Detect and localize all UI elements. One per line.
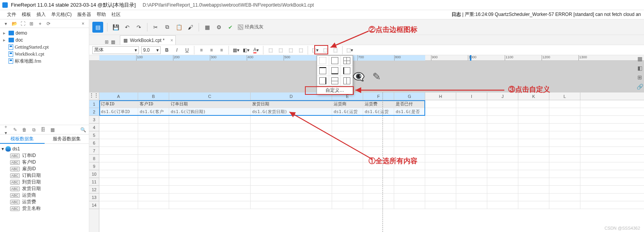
cell[interactable] (99, 178, 138, 185)
cell[interactable] (518, 194, 549, 201)
border-bottom-icon[interactable] (329, 66, 341, 76)
cell[interactable] (251, 162, 332, 170)
border-outer-icon[interactable] (329, 56, 341, 66)
cell[interactable] (487, 131, 518, 139)
tab-template-ds[interactable]: 模板数据集 (0, 134, 45, 144)
ds-field[interactable]: ABC运货商 (2, 192, 87, 199)
cell[interactable] (99, 162, 138, 170)
cell[interactable] (99, 186, 138, 193)
cell[interactable] (169, 170, 251, 178)
cell[interactable] (99, 131, 138, 139)
cell[interactable] (487, 186, 518, 193)
cell[interactable] (456, 178, 487, 185)
border-none-icon[interactable] (317, 56, 329, 66)
cell[interactable] (394, 155, 425, 162)
cell[interactable] (518, 186, 549, 193)
settings-icon[interactable]: ⚙ (215, 23, 223, 31)
cell[interactable] (456, 139, 487, 147)
menu-help[interactable]: 帮助 (97, 11, 106, 18)
check-icon[interactable]: ✔ (226, 23, 235, 31)
cell[interactable] (169, 162, 251, 170)
layers-icon[interactable]: ▦ (636, 55, 643, 62)
col-header[interactable]: F (363, 92, 394, 100)
font-size-select[interactable]: 9.0▾ (141, 46, 161, 54)
cell[interactable] (99, 155, 138, 162)
tree-collapse-icon[interactable]: ⊞ (29, 21, 34, 26)
fill-color-icon[interactable]: ◧▾ (242, 46, 250, 54)
col-header[interactable]: J (487, 92, 518, 100)
format-painter-icon[interactable]: 🖌 (186, 23, 195, 31)
cell[interactable]: ds1.G(订购日期) (169, 108, 251, 115)
cell[interactable]: ds1.G(发货日期) (251, 108, 332, 115)
cell[interactable] (394, 116, 425, 123)
cell[interactable] (363, 155, 394, 162)
cell[interactable]: 订单日期 (169, 100, 251, 108)
cell[interactable] (251, 155, 332, 162)
cell[interactable] (456, 186, 487, 193)
cell[interactable] (456, 170, 487, 178)
cell[interactable] (394, 139, 425, 147)
cell[interactable] (425, 194, 456, 201)
cell[interactable] (549, 116, 580, 123)
cell[interactable] (251, 201, 332, 209)
cell[interactable] (363, 201, 394, 209)
cell[interactable] (394, 124, 425, 131)
menu-cell[interactable]: 单元格(C) (51, 11, 72, 18)
cell[interactable] (363, 194, 394, 201)
cell[interactable] (456, 147, 487, 154)
cell[interactable] (425, 147, 456, 154)
cell[interactable] (138, 124, 169, 131)
border-left-icon[interactable] (341, 66, 353, 76)
cell[interactable] (169, 201, 251, 209)
cell[interactable] (487, 100, 518, 108)
cell[interactable] (251, 178, 332, 185)
cell[interactable] (363, 162, 394, 170)
align-right-icon[interactable]: ≡ (218, 46, 225, 54)
row-header[interactable]: 10 (89, 170, 99, 178)
components-icon[interactable]: ◧ (636, 65, 643, 72)
cell[interactable] (394, 194, 425, 201)
cell[interactable]: 运货费 (363, 100, 394, 108)
new-file-icon[interactable]: ▾ (3, 21, 9, 26)
cell[interactable] (394, 170, 425, 178)
cell[interactable]: ds1.G(客户 (138, 108, 169, 115)
border-right-icon[interactable] (317, 76, 329, 86)
ds-field[interactable]: ABC运货费 (2, 199, 87, 205)
row-header[interactable]: 8 (89, 155, 99, 162)
col-header[interactable]: I (456, 92, 487, 100)
border-inner-h-icon[interactable] (329, 76, 341, 86)
locate-icon[interactable]: ⌖ (37, 21, 43, 26)
cell[interactable] (138, 139, 169, 147)
cell[interactable] (425, 201, 456, 209)
cell[interactable] (332, 194, 363, 201)
cell[interactable] (549, 108, 580, 115)
cell[interactable] (169, 194, 251, 201)
cell[interactable] (99, 116, 138, 123)
border-inner-v-icon[interactable] (341, 76, 353, 86)
cell[interactable] (425, 108, 456, 115)
cell[interactable] (549, 201, 580, 209)
cell[interactable] (363, 124, 394, 131)
number-fmt-icon[interactable]: ⬚▾ (311, 46, 319, 54)
col-header[interactable]: A (99, 92, 138, 100)
italic-button[interactable]: I (173, 46, 181, 54)
cell[interactable] (549, 178, 580, 185)
open-icon[interactable]: 📂 (12, 21, 17, 26)
cell[interactable] (251, 131, 332, 139)
col-header[interactable]: G (394, 92, 425, 100)
tree-file-gettingstarted[interactable]: GettingStarted.cpt (2, 44, 87, 51)
cell[interactable] (251, 186, 332, 193)
cell[interactable] (169, 178, 251, 185)
refresh-icon[interactable]: ⟳ (46, 21, 51, 26)
row-header[interactable]: 3 (89, 116, 99, 124)
ds-field[interactable]: ABC订购日期 (2, 172, 87, 179)
cell[interactable] (425, 100, 456, 108)
col-header[interactable]: K (518, 92, 549, 100)
undo-icon[interactable]: ↶ (123, 23, 132, 31)
cell[interactable] (425, 155, 456, 162)
cell[interactable] (425, 116, 456, 123)
cell[interactable] (169, 139, 251, 147)
cell[interactable] (138, 194, 169, 201)
redo-icon[interactable]: ↷ (135, 23, 143, 31)
cell[interactable] (138, 186, 169, 193)
